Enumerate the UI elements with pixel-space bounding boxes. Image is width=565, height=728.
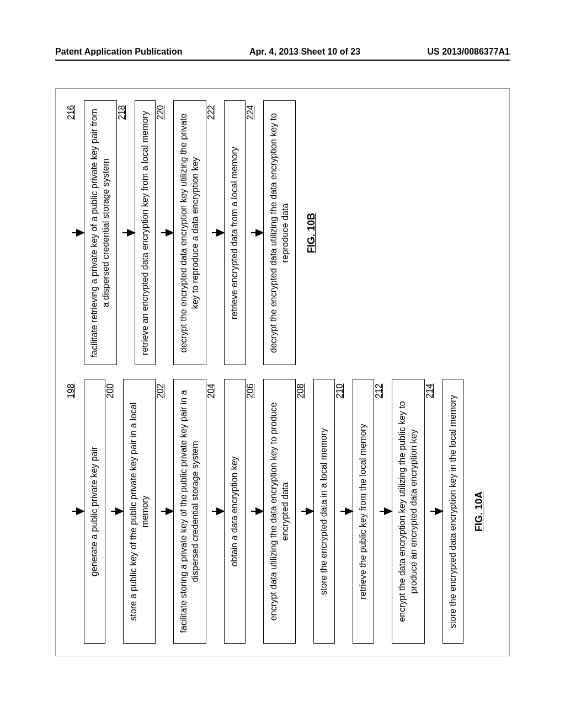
step-box: store the encrypted data encryption key … bbox=[443, 379, 464, 644]
arrow-down-icon bbox=[345, 508, 354, 516]
step-218: 218 retrieve an encrypted data encryptio… bbox=[117, 101, 156, 366]
step-198: 198 generate a public private key pair bbox=[66, 379, 105, 644]
step-202: 202 facilitate storing a private key of … bbox=[156, 379, 206, 644]
arrow-down-icon bbox=[76, 229, 85, 237]
arrow-down-icon bbox=[255, 229, 264, 237]
arrow-down-icon bbox=[166, 229, 174, 237]
step-box: retrieve an encrypted data encryption ke… bbox=[135, 101, 156, 366]
step-box: encrypt the data encryption key utilizin… bbox=[392, 379, 425, 644]
figure-label-10b: FIG. 10B bbox=[306, 213, 317, 253]
arrow-down-icon bbox=[384, 508, 393, 516]
header-rule bbox=[55, 60, 510, 61]
step-box: generate a public private key pair bbox=[84, 379, 105, 644]
arrow-down-icon bbox=[216, 229, 225, 237]
arrow-down-icon bbox=[216, 508, 225, 516]
step-box: facilitate retrieving a private key of a… bbox=[84, 101, 117, 366]
arrow-down-icon bbox=[166, 508, 174, 516]
arrow-down-icon bbox=[115, 508, 124, 516]
step-214: 214 store the encrypted data encryption … bbox=[425, 379, 464, 644]
step-224: 224 decrypt the encrypted data utilizing… bbox=[246, 101, 296, 366]
header-center: Apr. 4, 2013 Sheet 10 of 23 bbox=[249, 47, 360, 57]
arrow-down-icon bbox=[127, 229, 136, 237]
step-222: 222 retrieve encrypted data from a local… bbox=[206, 101, 246, 366]
step-212: 212 encrypt the data encryption key util… bbox=[374, 379, 425, 644]
content-frame: 198 generate a public private key pair 2… bbox=[55, 88, 510, 656]
step-216: 216 facilitate retrieving a private key … bbox=[66, 101, 117, 366]
page-header: Patent Application Publication Apr. 4, 2… bbox=[0, 47, 565, 57]
step-box: decrypt the encrypted data utilizing the… bbox=[263, 101, 296, 366]
step-box: retrieve the public key from the local m… bbox=[353, 379, 374, 644]
header-right: US 2013/0086377A1 bbox=[428, 47, 510, 57]
step-204: 204 obtain a data encryption key bbox=[206, 379, 246, 644]
arrow-down-icon bbox=[435, 508, 444, 516]
step-box: store a public key of the public private… bbox=[123, 379, 156, 644]
arrow-down-icon bbox=[76, 508, 85, 516]
flowchart-10a: 198 generate a public private key pair 2… bbox=[66, 379, 485, 644]
arrow-down-icon bbox=[255, 508, 264, 516]
header-left: Patent Application Publication bbox=[55, 47, 183, 57]
step-200: 200 store a public key of the public pri… bbox=[105, 379, 156, 644]
arrow-down-icon bbox=[306, 508, 315, 516]
figure-label-10a: FIG. 10A bbox=[473, 491, 485, 532]
step-box: retrieve encrypted data from a local mem… bbox=[224, 101, 246, 366]
step-box: decrypt the encrypted data encryption ke… bbox=[173, 101, 206, 366]
step-220: 220 decrypt the encrypted data encryptio… bbox=[156, 101, 206, 366]
step-box: obtain a data encryption key bbox=[224, 379, 246, 644]
diagram-container: 198 generate a public private key pair 2… bbox=[55, 88, 510, 656]
step-210: 210 retrieve the public key from the loc… bbox=[335, 379, 374, 644]
step-box: facilitate storing a private key of the … bbox=[173, 379, 206, 644]
step-206: 206 encrypt data utilizing the data encr… bbox=[246, 379, 296, 644]
step-box: store the encrypted data in a local memo… bbox=[313, 379, 335, 644]
step-208: 208 store the encrypted data in a local … bbox=[296, 379, 335, 644]
flowchart-10b: 216 facilitate retrieving a private key … bbox=[66, 101, 317, 366]
step-box: encrypt data utilizing the data encrypti… bbox=[263, 379, 296, 644]
